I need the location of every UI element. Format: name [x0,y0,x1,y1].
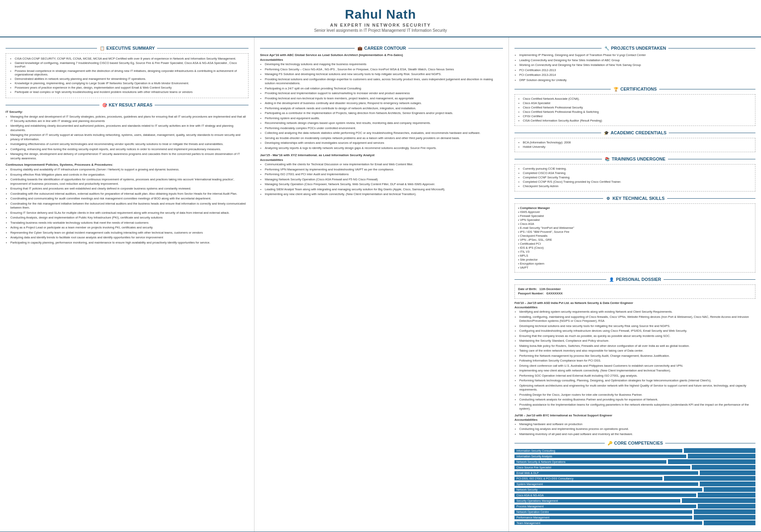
skill-item: • IPS / IDS "IBM Proventi", Source Fire [518,230,752,234]
competency-bar-item: Information Security Analysis [514,454,755,458]
list-item: Aiding in the development of business co… [265,101,503,106]
list-item: Installing, configuring, maintaining and… [519,315,755,323]
list-item: Configuring and troubleshooting security… [519,329,755,333]
list-item: BCA (Information Technology): 2008 [523,141,752,144]
work-items-list: Identifying and defining system security… [514,310,755,411]
list-item: PCI Certification 2013-2014 [519,73,755,77]
competency-label: System Management [514,482,698,486]
list-item: Participating in a 24/7 split on-call ro… [265,87,503,91]
list-item: Ensuring stability and availability of I… [10,168,248,172]
competency-bar [692,465,755,470]
skill-item: • Site protector [518,258,752,261]
list-item: Maintaining inventory of all paid and no… [519,432,755,437]
job-items-list: Developing the technology solutions and … [260,62,503,150]
list-item: Developing the technology solutions and … [265,62,503,67]
personal-header: 👤 PERSONAL DOSSIER [514,277,755,282]
list-item: PCI Certification 2012-2013 [519,68,755,73]
list-item: Coordinating for the risk management ini… [10,202,248,210]
career-job: Jan'15 - Mar'16 with XYZ International. … [260,153,503,197]
competency-bar [684,448,755,453]
list-item: Cisco Certified Network Associate (CCNA)… [523,97,752,101]
list-item: CISA Certified Information Security Audi… [523,119,752,122]
list-item: Making bona-fide policy for Routers, Swi… [519,344,755,348]
competency-bar-item: Cisco ASA & NG-ASA [514,493,755,497]
list-item: Managing hardware and software on produc… [519,422,755,427]
list-item: Completed CISCO ASA Training [523,171,752,175]
career-job: Since Apr'16 with ABC Global Service as … [260,53,503,150]
header-line-right [157,48,248,48]
competency-label: Information Security Analysis [514,455,686,458]
competency-bar [698,493,755,497]
list-item: Conducting Analysis, design and implemen… [10,216,248,220]
list-item: Contributing towards the identification … [10,178,248,186]
competency-label: Team Management [514,521,702,525]
list-item: Performing the Network management by pro… [519,354,755,358]
list-item: Performing VPN Management by implementin… [265,168,503,172]
right-column: 🔧 PROJECTS UNDERTAKEN Implementing IP Pl… [509,37,761,532]
certifications-content: Cisco Certified Network Associate (CCNA)… [514,94,755,126]
skill-item: • Cisco ASA [518,222,752,226]
academic-list: BCA (Information Technology): 2008Hobbit… [518,141,752,149]
list-item: Performing system and equipment audits. [265,116,503,121]
cert-list: Cisco Certified Network Associate (CCNA)… [518,97,752,122]
kra-ci-list: Ensuring stability and availability of I… [6,168,248,245]
career-title: 💼 CAREER CONTOUR [357,45,406,51]
list-item: Cisco Certified Network Professional Rou… [523,110,752,114]
core-comp-header: 🔑 CORE COMPETENCIES [514,440,755,446]
competency-bar [698,504,755,509]
list-item: Checkpoint Security Admin [523,184,752,188]
competency-label: Security Operations Management [514,499,680,503]
executive-summary-content: CISA CCNA CCNP SECURITY, CCNP R/S, CCNA,… [6,53,248,98]
list-item: Providing Design for the Cisco, Juniper … [519,393,755,397]
skills-header: ⚙ KEY TECHNICAL SKILLS [514,195,755,201]
passport-item: Passport Number: GXXXXXXX [518,292,752,295]
executive-summary-header: 📋 EXECUTIVE SUMMARY [6,45,248,51]
competency-bar-item: PCI-DSS, ISO 27001 & PCI-DSS Consultancy [514,476,755,481]
competency-bar-item: Security Operations Management [514,498,755,503]
list-item: Providing assistance to the Implementati… [519,403,755,411]
candidate-subtitle: Senior level assignments in IT Project M… [8,28,753,33]
skill-item: • Encryption system [518,262,752,265]
competency-label: Email Web & DLP [514,471,698,475]
resume-wrapper: Rahul Nath AN EXPERT IN NETWORK SECURITY… [0,0,761,532]
list-item: Ensuring that IT policies and procedures… [10,187,248,191]
list-item: Developing technical solutions and new s… [519,324,755,329]
list-item: Representing the Cyber Security team on … [10,231,248,235]
list-item: Performing Cisco Security – Cisco NG-ASA… [265,68,503,72]
competency-label: Cisco ASA & NG-ASA [514,493,696,497]
list-item: Implementing IP Planning, Designing and … [519,53,755,58]
kra-header: 🎯 KEY RESULT AREAS [6,102,248,108]
work-experience-entry: Feb'10 – Jan'15 with ASD India Pvt Ltd. … [514,301,755,411]
middle-column: 💼 CAREER CONTOUR Since Apr'16 with ABC G… [254,37,509,532]
dob-item: Date of Birth: 11th December [518,287,752,291]
skill-item: • Checkpoint Firewalls [518,234,752,238]
projects-list: Implementing IP Planning, Designing and … [514,53,755,82]
trainings-list: Currently pursuing CCIE training.Complet… [518,167,752,188]
list-item: Leading SIEM Analyst Team along with int… [265,188,503,192]
executive-summary-icon: 📋 [99,45,105,51]
list-item: DRP Solution designing for Unitedly [519,78,755,83]
job-title: Jan'15 - Mar'16 with XYZ International. … [260,153,503,157]
list-item: Communicating with the clients for Techn… [265,163,503,167]
work-period: Jul'08 – Jan'10 with BYC International a… [514,414,755,417]
skill-item: • VPN Specialist [518,218,752,222]
career-header: 💼 CAREER CONTOUR [260,45,503,51]
skill-item: • Certificated PCI [518,242,752,246]
list-item: Performing SOC Operation Internal and Ex… [519,374,755,378]
competency-bar [664,476,755,481]
competency-bar-item: Process Management [514,504,755,509]
candidate-name: Rahul Nath [8,7,753,22]
list-item: Investigating effectiveness of current s… [10,142,248,147]
competency-bar-item: Team Management [514,520,755,525]
projects-header: 🔧 PROJECTS UNDERTAKEN [514,45,755,51]
skills-content: • Compliance Manager• ISMS Approver• Fir… [514,203,755,273]
competency-bar-item: Network Security & Network Operations [514,459,755,464]
skill-item: • MPLS [518,254,752,257]
trainings-title: 📚 TRAININGS UNDERGONE [604,156,665,162]
work-experience-right: Feb'10 – Jan'15 with ASD India Pvt Ltd. … [514,301,755,436]
trainings-header: 📚 TRAININGS UNDERGONE [514,156,755,162]
job-items-list: Communicating with the clients for Techn… [260,163,503,197]
competency-bar [700,470,755,475]
competency-label: Information Security Consulting [514,449,682,453]
competency-label: Network Security [514,488,702,491]
